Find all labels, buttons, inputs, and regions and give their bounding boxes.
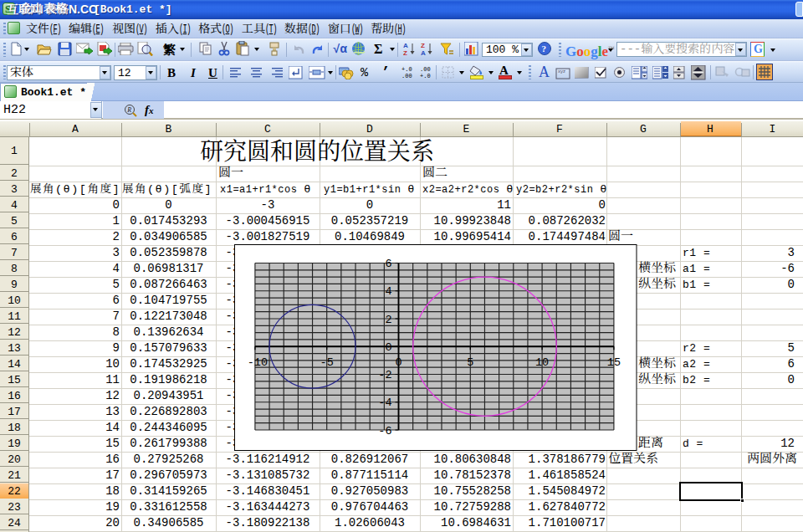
svg-text:?: ?: [542, 43, 547, 54]
svg-text:A: A: [421, 49, 426, 56]
svg-text:Z: Z: [421, 42, 425, 49]
svg-text:A: A: [403, 42, 408, 49]
svg-text:4: 4: [385, 285, 391, 298]
svg-text:Z: Z: [403, 49, 407, 56]
svg-text:R: R: [126, 106, 131, 114]
svg-text:-5: -5: [320, 356, 334, 369]
svg-text:xyz: xyz: [558, 69, 565, 74]
svg-text:-2: -2: [378, 369, 391, 381]
svg-text:-6: -6: [378, 425, 391, 437]
svg-text:0: 0: [395, 356, 402, 369]
svg-text:5: 5: [467, 356, 473, 369]
svg-text:15: 15: [607, 356, 621, 369]
svg-text:6: 6: [385, 258, 391, 270]
svg-text:10: 10: [535, 356, 549, 369]
svg-text:-10: -10: [248, 356, 268, 369]
svg-text:2: 2: [385, 314, 391, 326]
svg-text:-4: -4: [378, 396, 391, 409]
svg-text:0: 0: [385, 341, 391, 354]
